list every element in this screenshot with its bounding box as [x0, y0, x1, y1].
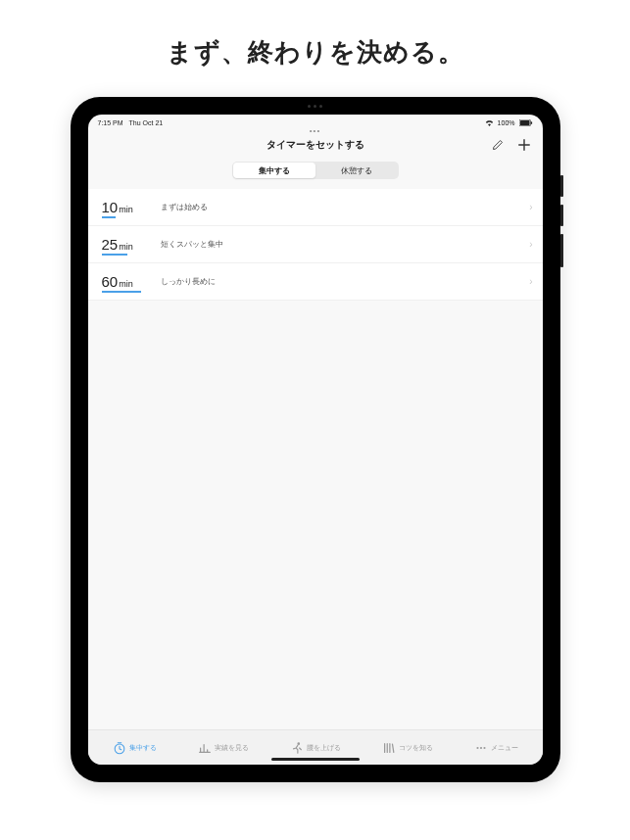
segment-0[interactable]: 集中する — [233, 163, 315, 178]
tab-books[interactable]: コツを知る — [382, 741, 433, 755]
timer-number: 10 — [102, 199, 119, 215]
timer-label: まずは始める — [161, 202, 208, 212]
nav-title: タイマーをセットする — [267, 138, 364, 152]
timer-number: 60 — [102, 273, 119, 290]
wifi-icon — [485, 119, 494, 126]
dots-icon — [474, 741, 488, 755]
chart-icon — [198, 741, 212, 755]
segmented-control[interactable]: 集中する休憩する — [232, 162, 399, 179]
headline: まず、終わりを決める。 — [167, 35, 464, 70]
chevron-right-icon: › — [529, 202, 532, 212]
timer-icon — [113, 741, 126, 755]
svg-point-4 — [297, 742, 300, 745]
battery-percent: 100% — [498, 119, 515, 126]
nav-bar: ••• タイマーをセットする — [88, 130, 543, 160]
timer-unit: min — [119, 205, 133, 214]
timer-time: 25min — [102, 236, 151, 253]
tab-chart[interactable]: 実績を見る — [198, 741, 249, 755]
svg-point-6 — [479, 746, 481, 748]
timer-list: 10minまずは始める›25min短くスパッと集中›60minしっかり長めに› — [88, 189, 543, 301]
svg-rect-2 — [530, 121, 531, 124]
timer-underline — [102, 254, 127, 256]
ipad-device-frame: 7:15 PM Thu Oct 21 100% ••• タイマーをセットする — [71, 97, 560, 782]
more-icon[interactable]: ••• — [310, 126, 320, 135]
screen: 7:15 PM Thu Oct 21 100% ••• タイマーをセットする — [88, 115, 543, 765]
timer-row-60[interactable]: 60minしっかり長めに› — [88, 263, 543, 301]
timer-unit: min — [119, 279, 133, 289]
timer-row-25[interactable]: 25min短くスパッと集中› — [88, 226, 543, 263]
tab-timer[interactable]: 集中する — [113, 741, 157, 755]
timer-number: 25 — [102, 236, 119, 253]
tab-dots[interactable]: メニュー — [474, 741, 518, 755]
svg-point-5 — [476, 746, 478, 748]
status-date: Thu Oct 21 — [129, 119, 164, 126]
timer-label: しっかり長めに — [161, 276, 216, 287]
timer-time: 60min — [102, 273, 151, 290]
edit-icon[interactable] — [492, 139, 504, 151]
home-indicator[interactable] — [271, 758, 360, 761]
timer-label: 短くスパッと集中 — [161, 239, 223, 250]
svg-rect-1 — [519, 119, 529, 124]
timer-underline — [102, 291, 141, 293]
run-icon — [290, 741, 304, 755]
svg-point-7 — [483, 746, 485, 748]
add-icon[interactable] — [517, 138, 531, 152]
content-area — [88, 301, 543, 729]
tab-label: コツを知る — [399, 743, 433, 753]
battery-icon — [519, 119, 533, 126]
tab-label: 集中する — [129, 743, 157, 753]
books-icon — [382, 741, 396, 755]
ipad-side-buttons — [560, 175, 563, 275]
chevron-right-icon: › — [529, 276, 532, 287]
status-time: 7:15 PM — [98, 119, 123, 126]
ipad-camera-notch — [286, 105, 345, 109]
timer-unit: min — [119, 242, 133, 252]
chevron-right-icon: › — [529, 239, 532, 250]
tab-label: 腰を上げる — [307, 743, 341, 753]
tab-label: 実績を見る — [215, 743, 249, 753]
timer-time: 10min — [102, 199, 151, 215]
timer-row-10[interactable]: 10minまずは始める› — [88, 189, 543, 226]
tab-run[interactable]: 腰を上げる — [290, 741, 341, 755]
timer-underline — [102, 216, 116, 218]
segment-1[interactable]: 休憩する — [315, 163, 398, 178]
tab-label: メニュー — [491, 743, 518, 753]
